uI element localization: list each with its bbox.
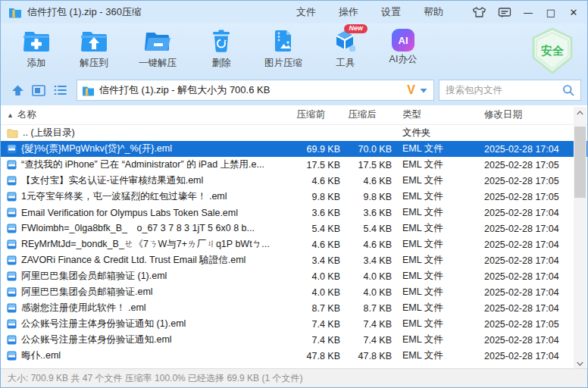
close-button[interactable]: ✕: [565, 4, 583, 20]
size-before: 5.4 KB: [282, 224, 340, 234]
image-compress-button[interactable]: 图片压缩: [255, 27, 311, 70]
add-folder-icon: [22, 29, 51, 55]
file-name: 感谢您注册使用此软件！ .eml: [21, 302, 146, 314]
extract-to-button[interactable]: 解压到: [70, 27, 117, 70]
file-type: EML 文件: [392, 222, 484, 235]
size-after: 7.4 KB: [340, 335, 392, 346]
menu-file[interactable]: 文件: [296, 5, 316, 19]
up-directory-icon[interactable]: [8, 81, 27, 99]
eml-file-icon: [7, 224, 17, 233]
ai-icon-text: AI: [399, 35, 408, 46]
size-before: 7.4 KB: [282, 335, 340, 346]
file-type: EML 文件: [392, 302, 484, 314]
file-name: Email Verification for Olympus Labs Toke…: [21, 208, 238, 218]
minimize-button[interactable]: —: [519, 4, 537, 20]
security-badge[interactable]: 安全: [530, 27, 575, 75]
column-size-after[interactable]: 压缩后: [340, 108, 392, 121]
size-after: 4.0 KB: [340, 271, 392, 282]
status-text: 大小: 700.9 KB 共 47 个文件 压缩率 100.0% 已经选择 69…: [8, 372, 302, 385]
eml-file-icon: [7, 255, 17, 265]
archive-zip-icon: [82, 85, 95, 96]
scrollbar-thumb[interactable]: [574, 127, 586, 198]
file-type: EML 文件: [392, 238, 484, 251]
maximize-button[interactable]: □: [542, 4, 560, 20]
tool-label: 工具: [336, 57, 355, 70]
eml-file-icon: [7, 335, 17, 345]
size-after: 70.0 KB: [340, 144, 392, 155]
table-row[interactable]: .. (上级目录) 文件夹: [1, 125, 587, 141]
table-row[interactable]: 晦仆..eml 47.8 KB 47.8 KB EML 文件 2025-02-2…: [1, 348, 587, 364]
eml-file-icon: [7, 239, 17, 249]
menu-actions[interactable]: 操作: [339, 5, 358, 19]
file-name: 晦仆..eml: [21, 349, 61, 362]
column-size-before[interactable]: 压缩前: [282, 108, 340, 121]
search-input[interactable]: 搜索包内文件: [439, 80, 581, 101]
eml-file-icon: [7, 192, 17, 202]
size-after: 8.7 KB: [340, 303, 392, 314]
address-path: 信件打包 (1).zip - 解包大小为 700.6 KB: [99, 83, 401, 97]
add-button[interactable]: 添加: [13, 27, 60, 70]
table-row[interactable]: 公众账号注册主体身份验证通知.eml 7.4 KB 7.4 KB EML 文件 …: [1, 332, 587, 348]
image-file-icon: [271, 29, 296, 55]
column-name[interactable]: ▲ 名称: [1, 108, 282, 121]
one-click-extract-button[interactable]: 一键解压: [128, 27, 187, 70]
preview-pane-icon[interactable]: [30, 81, 48, 99]
modified-date: 2025-02-28 17:04: [484, 224, 574, 234]
menu-settings[interactable]: 设置: [381, 5, 401, 19]
table-row[interactable]: 1元夺宝年终奖，屯一波猛烈的红包过壕年！ .eml 9.8 KB 9.8 KB …: [1, 189, 587, 205]
table-row[interactable]: Email Verification for Olympus Labs Toke…: [1, 205, 587, 221]
feedback-icon[interactable]: [495, 4, 514, 20]
size-after: 4.6 KB: [340, 239, 392, 250]
tool-label: 添加: [27, 57, 46, 70]
file-name: .. (上级目录): [23, 127, 75, 139]
table-row[interactable]: FWloimbh=_0lga8bfk_B_ o_67 3 7 8 3 1jT 5…: [1, 221, 587, 236]
eml-file-icon: [7, 287, 17, 297]
column-modified-date[interactable]: 修改日期: [484, 108, 574, 121]
tools-button[interactable]: New 工具: [322, 27, 369, 70]
eml-file-icon: [7, 319, 17, 329]
delete-button[interactable]: 删除: [198, 27, 245, 70]
table-row[interactable]: ZAVORi Finance & Credit Ltd. Trust Email…: [1, 252, 587, 268]
modified-date: 2025-02-28 17:05: [484, 160, 574, 171]
tool-label: 删除: [212, 57, 231, 70]
table-row[interactable]: “查找我的 iPhone” 已在 “Administrator” 的 iPad …: [1, 157, 587, 173]
table-row[interactable]: 阿里巴巴集团会员邮箱验证 (1).eml 4.0 KB 4.0 KB EML 文…: [1, 268, 587, 284]
file-name: 1元夺宝年终奖，屯一波猛烈的红包过壕年！ .eml: [21, 190, 227, 203]
skin-theme-icon[interactable]: [469, 4, 489, 20]
file-name: 【支付宝】实名认证-证件审核结果通知.eml: [21, 174, 203, 187]
app-window: 信件打包 (1).zip - 360压缩 文件 操作 设置 帮助 — □ ✕: [0, 0, 588, 388]
file-type: EML 文件: [392, 286, 484, 299]
vertical-scrollbar[interactable]: [574, 107, 586, 370]
search-placeholder: 搜索包内文件: [446, 84, 562, 97]
eml-file-icon: [7, 160, 17, 170]
security-badge-text: 安全: [541, 44, 565, 57]
file-name: ZAVORi Finance & Credit Ltd. Trust Email…: [21, 254, 246, 267]
open-folder-icon: [143, 29, 172, 55]
size-before: 8.7 KB: [282, 303, 340, 314]
list-view-icon[interactable]: [51, 81, 69, 99]
eml-file-icon: [7, 144, 17, 154]
toolbar: 添加 解压到 一键解压: [1, 23, 587, 75]
column-type[interactable]: 类型: [392, 108, 484, 121]
table-row[interactable]: {髮}%{票}MPgWnkv{贷}^_%{开}.eml 69.9 KB 70.0…: [1, 141, 587, 157]
modified-date: 2025-02-28 17:04: [484, 271, 574, 282]
address-row: 信件打包 (1).zip - 解包大小为 700.6 KB V 搜索包内文件: [1, 75, 587, 105]
titlebar: 信件打包 (1).zip - 360压缩 文件 操作 设置 帮助 — □ ✕: [1, 1, 587, 23]
menubar: 文件 操作 设置 帮助: [296, 5, 443, 19]
scroll-up-icon[interactable]: [574, 107, 586, 119]
modified-date: 2025-02-28 17:05: [484, 192, 574, 202]
table-row[interactable]: REyMrMtJd=_bondk_B_ㄝ《7ㄋW与7+ㄌ厂ㄐq1P bWtㄅ..…: [1, 236, 587, 252]
window-title: 信件打包 (1).zip - 360压缩: [27, 5, 142, 19]
ai-office-button[interactable]: AI AI办公: [380, 27, 427, 66]
eml-file-icon: [7, 208, 17, 217]
table-row[interactable]: 感谢您注册使用此软件！ .eml 8.7 KB 8.7 KB EML 文件 20…: [1, 300, 587, 316]
menu-help[interactable]: 帮助: [424, 5, 443, 19]
table-row[interactable]: 阿里巴巴集团会员邮箱验证.eml 4.0 KB 4.0 KB EML 文件 20…: [1, 284, 587, 300]
address-bar[interactable]: 信件打包 (1).zip - 解包大小为 700.6 KB V: [77, 80, 434, 101]
table-row[interactable]: 公众账号注册主体身份验证通知 (1).eml 7.4 KB 7.4 KB EML…: [1, 316, 587, 332]
sort-ascending-icon: ▲: [7, 111, 14, 119]
vip-dropdown[interactable]: V: [401, 84, 429, 96]
file-name: 公众账号注册主体身份验证通知 (1).eml: [21, 318, 186, 330]
table-row[interactable]: 【支付宝】实名认证-证件审核结果通知.eml 4.6 KB 4.6 KB EML…: [1, 173, 587, 189]
file-name: {髮}%{票}MPgWnkv{贷}^_%{开}.eml: [21, 142, 172, 155]
